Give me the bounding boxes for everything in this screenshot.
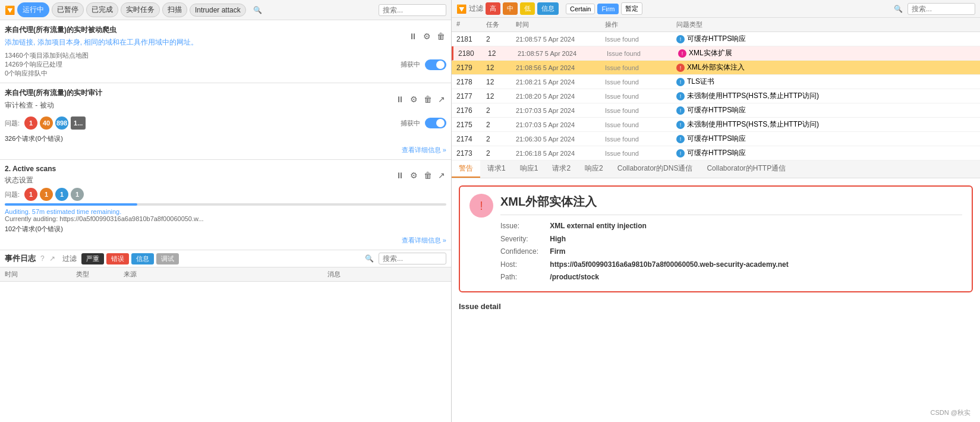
row-id: 2179 [456, 64, 486, 72]
row-id: 2181 [456, 35, 486, 43]
section1-controls: ⏸ ⚙ 🗑 [408, 30, 446, 42]
row-time: 21:08:57 5 Apr 2024 [518, 50, 607, 57]
search-icon-left: 🔍 [253, 6, 262, 14]
table-row[interactable]: 2181 2 21:08:57 5 Apr 2024 Issue found !… [452, 32, 980, 46]
tab-请求2[interactable]: 请求2 [545, 160, 578, 178]
row-time: 21:06:18 5 Apr 2024 [516, 150, 605, 157]
issues-label-2: 问题: [5, 119, 20, 128]
issues-table: # 任务 时间 操作 问题类型 2181 2 21:08:57 5 Apr 20… [452, 18, 980, 160]
row-action: Issue found [605, 64, 676, 71]
intruder-filter-btn[interactable]: Intruder attack [190, 4, 246, 17]
table-row[interactable]: 2178 12 21:08:21 5 Apr 2024 Issue found … [452, 75, 980, 89]
med-severity-btn[interactable]: 中 [503, 2, 518, 15]
high-severity-btn[interactable]: 高 [486, 2, 500, 15]
filter-label-right: 过滤 [469, 4, 483, 14]
row-type: ! 未强制使用HTTPS(HSTS,禁止HTTP访问) [676, 119, 928, 130]
settings-btn-2[interactable]: ⚙ [409, 93, 419, 105]
firm-btn[interactable]: Firm [597, 4, 619, 14]
realtime-filter-btn[interactable]: 实时任务 [121, 2, 160, 17]
tab-响应1[interactable]: 响应1 [513, 160, 546, 178]
issue-icon: ! [676, 78, 685, 86]
low-severity-btn[interactable]: 低 [520, 2, 535, 15]
event-log-title: 事件日志 [5, 253, 36, 264]
host-value: https://0a5f00990316a6a9810b7a8f00060050… [550, 260, 788, 269]
passive-crawler-section: 来自代理(所有流量)的实时被动爬虫 添加链接, 添加项目本身, 相同的域和在工具… [0, 20, 451, 83]
detail-link-2[interactable]: 查看详细信息 » [402, 146, 446, 155]
event-log-search[interactable] [379, 253, 446, 264]
table-row[interactable]: 2175 2 21:07:03 5 Apr 2024 Issue found !… [452, 118, 980, 132]
detail-link-3[interactable]: 查看详细信息 » [402, 236, 446, 245]
event-log-search-input[interactable] [383, 254, 442, 263]
row-task: 12 [486, 92, 516, 100]
issue-row: Issue: XML external entity injection [500, 220, 962, 233]
tab-响应2[interactable]: 响应2 [578, 160, 610, 178]
row-action: Issue found [605, 78, 676, 86]
alert-box: ! XML外部实体注入 Issue: XML external entity i… [459, 185, 973, 292]
table-row[interactable]: 2176 2 21:07:03 5 Apr 2024 Issue found !… [452, 103, 980, 118]
capture-label: 捕获中 [401, 60, 420, 69]
delete-btn-1[interactable]: 🗑 [436, 30, 446, 42]
scan-filter-btn[interactable]: 扫描 [162, 2, 187, 17]
certain-btn[interactable]: Certain [566, 4, 595, 14]
tab-警告[interactable]: 警告 [452, 160, 480, 178]
stat-queue: 0个响应排队中 [5, 69, 89, 78]
running-filter-btn[interactable]: 运行中 [17, 2, 49, 17]
settings-btn-1[interactable]: ⚙ [422, 30, 432, 42]
tab-Collaborator的HTTP通信[interactable]: Collaborator的HTTP通信 [699, 160, 793, 178]
tab-请求1[interactable]: 请求1 [480, 160, 513, 178]
requests-text-2: 326个请求(0个错误) [5, 134, 446, 143]
paused-filter-btn[interactable]: 已暂停 [52, 2, 84, 17]
completed-filter-btn[interactable]: 已完成 [86, 2, 118, 17]
col-extra [928, 20, 975, 29]
row-time: 21:08:20 5 Apr 2024 [516, 93, 605, 100]
issue-icon: ! [676, 92, 685, 100]
table-row[interactable]: 2180 12 21:08:57 5 Apr 2024 Issue found … [452, 46, 980, 61]
table-row[interactable]: 2174 2 21:06:30 5 Apr 2024 Issue found !… [452, 132, 980, 146]
row-type: ! XML外部实体注入 [676, 62, 928, 73]
delete-btn-2[interactable]: 🗑 [423, 93, 433, 105]
stat-responses: 14269个响应已处理 [5, 60, 89, 69]
row-task: 2 [486, 106, 516, 115]
error-filter-btn[interactable]: 错误 [106, 253, 129, 264]
pause-btn-3[interactable]: ⏸ [395, 169, 405, 181]
pause-btn-1[interactable]: ⏸ [408, 30, 418, 42]
row-id: 2178 [456, 78, 486, 86]
issue-icon: ! [678, 49, 686, 58]
event-log-filter-label: 过滤 [62, 254, 77, 264]
info-filter-btn[interactable]: 信息 [131, 253, 154, 264]
right-search-box[interactable] [907, 3, 975, 15]
table-row[interactable]: 2173 2 21:06:18 5 Apr 2024 Issue found !… [452, 146, 980, 160]
right-search-input[interactable] [912, 5, 971, 13]
badge-high-2: 40 [40, 116, 53, 130]
alert-icon: ! [469, 194, 493, 218]
tentative-btn[interactable]: 暂定 [621, 2, 642, 15]
path-row: Path: /product/stock [500, 271, 962, 284]
left-search-box[interactable] [379, 4, 446, 16]
row-time: 21:07:03 5 Apr 2024 [516, 107, 605, 114]
delete-btn-3[interactable]: 🗑 [423, 169, 433, 181]
issue-icon: ! [676, 64, 685, 72]
expand-btn-3[interactable]: ↗ [437, 169, 446, 181]
row-id: 2176 [456, 106, 486, 115]
debug-filter-btn[interactable]: 调试 [156, 253, 179, 264]
row-time: 21:08:21 5 Apr 2024 [516, 78, 605, 86]
table-row[interactable]: 2179 12 21:08:56 5 Apr 2024 Issue found … [452, 61, 980, 75]
alert-title: XML外部实体注入 [500, 194, 962, 210]
row-task: 2 [486, 35, 516, 43]
badge-critical-3: 1 [24, 188, 37, 201]
path-value: /product/stock [550, 273, 599, 281]
info-severity-btn[interactable]: 信息 [537, 2, 559, 15]
capture-toggle-2[interactable] [425, 118, 446, 128]
left-search-input[interactable] [383, 6, 442, 14]
badge-med-3: 1 [55, 188, 68, 201]
settings-btn-3[interactable]: ⚙ [409, 169, 419, 181]
severe-filter-btn[interactable]: 严重 [81, 253, 104, 264]
row-task: 12 [486, 64, 516, 72]
capture-toggle-1[interactable] [425, 59, 446, 70]
expand-btn-2[interactable]: ↗ [437, 93, 446, 105]
issue-detail-title: Issue detail [459, 302, 973, 311]
right-toolbar: 🔽 过滤 高 中 低 信息 Certain Firm 暂定 🔍 [452, 0, 980, 18]
pause-btn-2[interactable]: ⏸ [395, 93, 405, 105]
table-row[interactable]: 2177 12 21:08:20 5 Apr 2024 Issue found … [452, 89, 980, 103]
tab-Collaborator的DNS通信[interactable]: Collaborator的DNS通信 [610, 160, 700, 178]
